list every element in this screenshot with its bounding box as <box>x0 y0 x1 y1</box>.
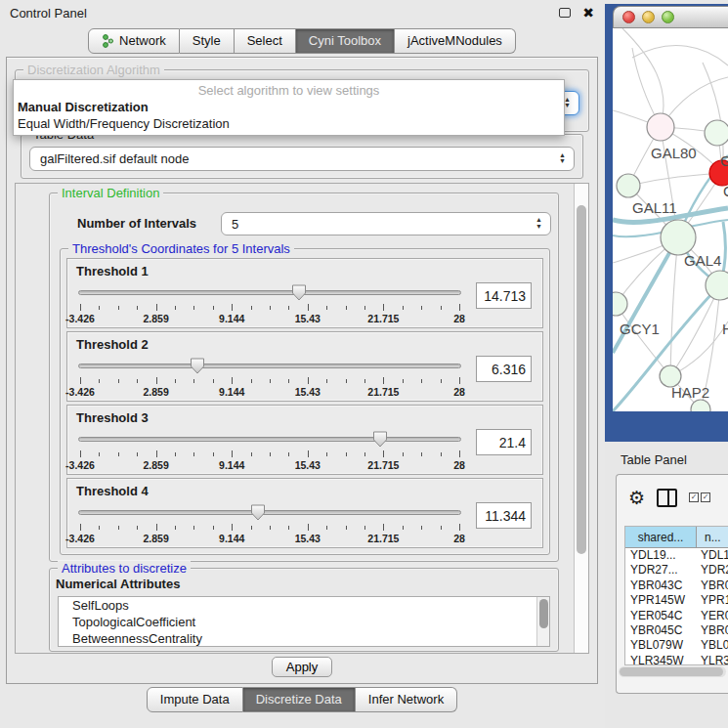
network-node-gal4[interactable] <box>661 220 696 255</box>
zoom-traffic-light-icon[interactable] <box>662 11 674 23</box>
column-header-name[interactable]: n... <box>697 527 728 547</box>
slider-handle[interactable] <box>372 431 387 451</box>
slider-handle[interactable] <box>291 284 306 305</box>
number-of-intervals-combo[interactable]: 5 ▲▼ <box>221 212 551 236</box>
list-scrollbar-thumb[interactable] <box>539 599 548 628</box>
slider-handle[interactable] <box>251 504 266 525</box>
horizontal-scrollbar[interactable] <box>619 666 726 677</box>
cell-name[interactable]: YLR3... <box>697 654 728 665</box>
table-row[interactable]: YBL079WYBL0... <box>625 638 728 653</box>
table-row[interactable]: YLR345WYLR3... <box>625 654 728 665</box>
threshold-coordinates-label: Threshold's Coordinates for 5 Intervals <box>68 241 294 256</box>
combo-arrows-icon: ▲▼ <box>564 97 571 109</box>
slider-track[interactable] <box>78 510 461 515</box>
cell-shared-name[interactable]: YBR043C <box>625 578 697 593</box>
horizontal-scrollbar-thumb[interactable] <box>620 667 723 676</box>
cell-name[interactable]: YDR2... <box>697 563 728 578</box>
threshold-value-field[interactable]: 6.316 <box>476 356 532 382</box>
threshold-value-field[interactable]: 14.713 <box>476 282 532 309</box>
column-layout-icon[interactable] <box>657 489 677 507</box>
cell-name[interactable]: YDL1... <box>697 548 728 563</box>
threshold-panel-4: Threshold 4-3.4262.8599.14415.4321.71528… <box>66 478 543 548</box>
node-label-gal80: GAL80 <box>651 145 697 161</box>
threshold-list: Threshold 1-3.4262.8599.14415.4321.71528… <box>66 258 543 551</box>
network-node-node-se[interactable] <box>691 400 710 411</box>
apply-button[interactable]: Apply <box>272 657 332 677</box>
threshold-panel-3: Threshold 3-3.4262.8599.14415.4321.71528… <box>66 405 543 475</box>
attribute-item-betweennesscentrality[interactable]: BetweennessCentrality <box>59 630 549 647</box>
network-node-gal11[interactable] <box>617 174 640 197</box>
attribute-item-selfloops[interactable]: SelfLoops <box>59 597 549 614</box>
threshold-panel-1: Threshold 1-3.4262.8599.14415.4321.71528… <box>66 258 543 328</box>
table-row[interactable]: YBR045CYBR0... <box>625 623 728 638</box>
network-node-gcy1[interactable] <box>613 292 627 316</box>
cell-shared-name[interactable]: YDL19... <box>625 548 697 563</box>
slider-handle[interactable] <box>191 358 205 378</box>
close-traffic-light-icon[interactable] <box>622 11 635 23</box>
tab-discretize-data[interactable]: Discretize Data <box>243 687 356 712</box>
network-node-gal80[interactable] <box>647 113 674 141</box>
tick-mark <box>441 379 442 383</box>
minimize-traffic-light-icon[interactable] <box>642 11 655 23</box>
tab-infer-network[interactable]: Infer Network <box>356 687 457 712</box>
tick-mark <box>288 452 289 456</box>
table-row[interactable]: YPR145WYPR1... <box>625 593 728 608</box>
list-scrollbar[interactable] <box>536 597 549 646</box>
tick-mark <box>118 452 119 456</box>
control-panel-title: Control Panel <box>10 6 559 21</box>
cell-name[interactable]: YER0... <box>697 609 728 623</box>
table-data-combo[interactable]: galFiltered.sif default node ▲▼ <box>29 147 575 171</box>
column-header-shared-name[interactable]: shared... <box>625 527 697 547</box>
tick-label: 28 <box>453 313 465 324</box>
combo-arrows-icon: ▲▼ <box>559 152 566 165</box>
float-window-icon[interactable] <box>559 8 571 18</box>
threshold-value-field[interactable]: 11.344 <box>476 502 532 529</box>
tick-mark <box>308 377 309 384</box>
table-header-row[interactable]: shared... n... <box>625 527 728 548</box>
numerical-attributes-list[interactable]: SelfLoopsTopologicalCoefficientBetweenne… <box>58 596 550 647</box>
table-panel-title: Table Panel <box>621 452 687 467</box>
tab-jactivemnodules[interactable]: jActiveMNodules <box>395 28 516 54</box>
tab-impute-data[interactable]: Impute Data <box>147 687 243 712</box>
attribute-item-topologicalcoefficient[interactable]: TopologicalCoefficient <box>59 614 549 630</box>
network-node-node-ne[interactable] <box>705 120 728 146</box>
slider-track[interactable] <box>78 437 461 442</box>
network-graph: GAL80G.CGAL11GAL4GCY1HHAP2 <box>613 28 728 411</box>
cell-shared-name[interactable]: YLR345W <box>625 654 697 665</box>
tab-network[interactable]: Network <box>88 28 180 54</box>
cell-shared-name[interactable]: YBL079W <box>625 638 697 653</box>
cell-shared-name[interactable]: YBR045C <box>625 623 697 638</box>
slider-track[interactable] <box>78 364 461 368</box>
checkbox-icon: ✓ <box>689 492 699 502</box>
table-row[interactable]: YER054CYER0... <box>625 609 728 623</box>
table-row[interactable]: YDL19...YDL1... <box>625 548 728 563</box>
close-icon[interactable]: ✖ <box>582 6 594 20</box>
node-attribute-table[interactable]: shared... n... YDL19...YDL1...YDR27...YD… <box>624 526 728 665</box>
threshold-label: Threshold 1 <box>76 264 534 278</box>
slider-track[interactable] <box>78 290 461 295</box>
cell-name[interactable]: YBR0... <box>697 623 728 638</box>
cell-name[interactable]: YBR0... <box>697 578 728 593</box>
cell-shared-name[interactable]: YER054C <box>625 609 697 623</box>
cell-name[interactable]: YPR1... <box>697 593 728 608</box>
tab-cyni-toolbox[interactable]: Cyni Toolbox <box>296 28 395 54</box>
cell-shared-name[interactable]: YPR145W <box>625 593 697 608</box>
top-tab-bar: NetworkStyleSelectCyni ToolboxjActiveMNo… <box>0 28 604 54</box>
tab-select[interactable]: Select <box>235 28 296 54</box>
tick-label: 21.715 <box>367 313 399 324</box>
select-columns-icons[interactable]: ✓ ✓ <box>689 492 710 502</box>
scrollbar-thumb[interactable] <box>577 205 586 554</box>
table-row[interactable]: YBR043CYBR0... <box>625 578 728 593</box>
vertical-scrollbar[interactable] <box>574 184 588 653</box>
algorithm-option-manual[interactable]: Manual Discretization <box>14 99 564 115</box>
tab-style[interactable]: Style <box>180 28 235 54</box>
network-canvas[interactable]: GAL80G.CGAL11GAL4GCY1HHAP2 <box>613 28 728 411</box>
algorithm-option-equal-width[interactable]: Equal Width/Frequency Discretization <box>14 115 564 132</box>
cell-shared-name[interactable]: YDR27... <box>625 563 697 578</box>
gear-icon[interactable]: ⚙ <box>628 489 645 507</box>
network-view-window[interactable]: GAL80G.CGAL11GAL4GCY1HHAP2 <box>605 4 728 442</box>
table-row[interactable]: YDR27...YDR2... <box>625 563 728 578</box>
tick-mark <box>175 452 176 456</box>
threshold-value-field[interactable]: 21.4 <box>476 429 532 455</box>
cell-name[interactable]: YBL0... <box>697 638 728 653</box>
